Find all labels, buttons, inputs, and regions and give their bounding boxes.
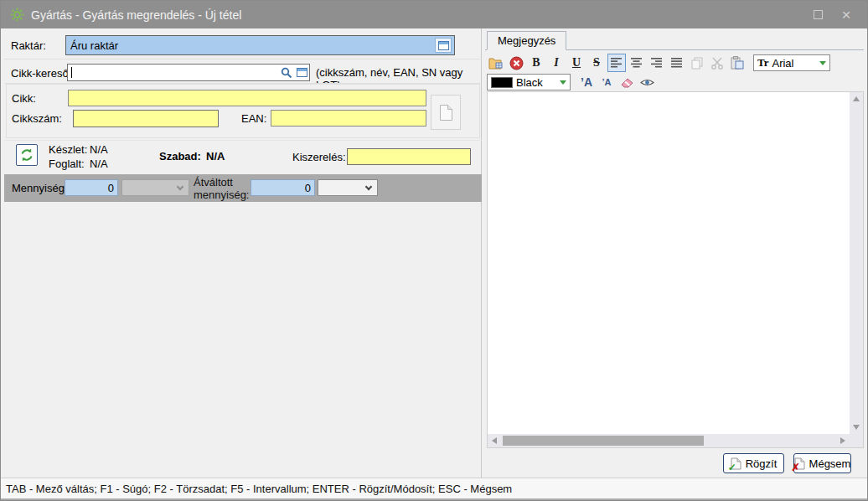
chevron-down-icon: [560, 80, 566, 85]
eraser-button[interactable]: [617, 73, 636, 91]
font-color-select[interactable]: Black: [487, 74, 571, 90]
copy-icon: [691, 57, 704, 70]
open-folder-icon: [488, 57, 504, 70]
bold-button[interactable]: B: [527, 54, 545, 72]
align-right-icon: [651, 58, 663, 68]
align-center-button[interactable]: [628, 54, 646, 72]
scroll-down-icon[interactable]: [853, 425, 860, 430]
font-family-value: Arial: [772, 57, 793, 70]
ean-field[interactable]: [271, 110, 426, 127]
comment-panel: Megjegyzés: [483, 28, 868, 478]
paste-button[interactable]: [728, 54, 747, 72]
scrollbar-corner: [850, 434, 863, 447]
strikethrough-button[interactable]: S: [587, 54, 606, 72]
align-left-icon: [611, 58, 623, 68]
search-icon: [281, 67, 292, 79]
item-document-button[interactable]: [431, 95, 461, 130]
stock-value: N/A: [90, 143, 108, 156]
save-check-icon: ✓: [731, 457, 741, 470]
cancel-button[interactable]: ✗ Mégsem: [793, 453, 851, 473]
text-caret: [71, 67, 72, 78]
statusbar-hint-text: TAB - Mező váltás; F1 - Súgó; F2 - Törzs…: [6, 483, 512, 495]
copy-button: [688, 54, 706, 72]
justify-button[interactable]: [668, 54, 686, 72]
comment-textarea[interactable]: [488, 92, 836, 434]
vertical-scrollbar[interactable]: [850, 92, 863, 434]
reserved-value: N/A: [90, 158, 108, 170]
converted-quantity-input[interactable]: [251, 179, 315, 196]
free-value: N/A: [206, 150, 225, 163]
quantity-label: Mennyiség:: [12, 182, 67, 194]
titlebar[interactable]: Gyártás - Gyártás megrendelés - Új tétel…: [1, 1, 867, 28]
cancel-button-label: Mégsem: [809, 457, 851, 470]
free-label: Szabad:: [159, 150, 201, 163]
item-search-browse-icon[interactable]: [297, 68, 307, 77]
editor-toolbar-row2: Black ʼA ʼA: [487, 73, 656, 91]
cancel-x-icon: ✗: [794, 457, 805, 470]
refresh-icon: [19, 147, 34, 163]
statusbar: TAB - Mező váltás; F1 - Súgó; F2 - Törzs…: [1, 478, 867, 498]
scroll-right-icon[interactable]: [840, 437, 845, 444]
tab-megjegyzes[interactable]: Megjegyzés: [487, 31, 566, 50]
maximize-button[interactable]: [803, 4, 832, 26]
quantity-unit-select: [121, 179, 189, 196]
chevron-down-icon: [177, 183, 183, 190]
converted-unit-select[interactable]: [318, 179, 378, 196]
cut-button: [708, 54, 726, 72]
color-swatch: [491, 77, 513, 88]
align-center-icon: [631, 58, 643, 68]
scrollbar-thumb[interactable]: [503, 436, 704, 446]
comment-editor: [487, 91, 864, 448]
packaging-field[interactable]: [347, 148, 471, 165]
browse-window-icon: [438, 41, 449, 50]
item-search-input[interactable]: [67, 64, 310, 81]
close-button[interactable]: ×: [832, 4, 860, 26]
scissors-icon: [710, 57, 724, 70]
window-title: Gyártás - Gyártás megrendelés - Új tétel: [31, 8, 241, 22]
horizontal-scrollbar[interactable]: [488, 434, 850, 447]
shrink-font-button[interactable]: ʼA: [597, 73, 616, 91]
tab-label: Megjegyzés: [498, 34, 555, 47]
converted-quantity-label: Átváltott mennyiség:: [194, 176, 249, 201]
close-icon: ×: [841, 7, 850, 23]
item-label: Cikk:: [12, 92, 36, 105]
eye-icon: [640, 77, 654, 88]
reserved-label: Foglalt:: [49, 158, 85, 170]
insert-file-button[interactable]: [487, 54, 505, 72]
chevron-down-icon: [365, 183, 372, 190]
dialog-window: Gyártás - Gyártás megrendelés - Új tétel…: [0, 0, 868, 501]
warehouse-value: Áru raktár: [70, 39, 118, 52]
warehouse-browse-button[interactable]: [435, 38, 452, 53]
eraser-icon: [620, 76, 634, 89]
delete-circle-icon: [509, 56, 524, 70]
item-name-field[interactable]: [68, 90, 426, 106]
editor-toolbar-row1: B I U S: [487, 53, 830, 73]
font-family-select[interactable]: Tr Arial: [753, 54, 830, 71]
refresh-stock-button[interactable]: [16, 144, 38, 166]
item-search-label: Cikk-kereső:: [11, 67, 71, 80]
separator: [4, 59, 482, 59]
stock-info-row: Készlet: N/A Foglalt: N/A Szabad: N/A Ki…: [4, 140, 482, 174]
italic-button[interactable]: I: [547, 54, 566, 72]
item-number-label: Cikkszám:: [12, 112, 62, 125]
save-button[interactable]: ✓ Rögzít: [723, 453, 784, 473]
align-right-button[interactable]: [648, 54, 666, 72]
packaging-label: Kiszerelés:: [292, 151, 346, 163]
item-form-panel: Raktár: Áru raktár Cikk-kereső: (cikkszá…: [4, 28, 482, 478]
item-fields-group: Cikk: Cikkszám: EAN:: [6, 84, 480, 138]
warehouse-select[interactable]: Áru raktár: [65, 35, 455, 55]
justify-icon: [671, 58, 683, 68]
app-gear-icon: [10, 8, 24, 22]
preview-eye-button[interactable]: [638, 73, 656, 91]
scroll-up-icon[interactable]: [853, 96, 860, 101]
font-icon: Tr: [757, 56, 768, 70]
quantity-input[interactable]: [65, 179, 118, 196]
grow-font-button[interactable]: ʼA: [577, 73, 596, 91]
scroll-left-icon[interactable]: [492, 437, 497, 444]
font-color-value: Black: [516, 76, 543, 89]
item-number-field[interactable]: [73, 110, 219, 127]
clear-text-button[interactable]: [507, 54, 525, 72]
window-controls: ×: [803, 1, 860, 28]
align-left-button[interactable]: [607, 54, 626, 72]
underline-button[interactable]: U: [567, 54, 586, 72]
